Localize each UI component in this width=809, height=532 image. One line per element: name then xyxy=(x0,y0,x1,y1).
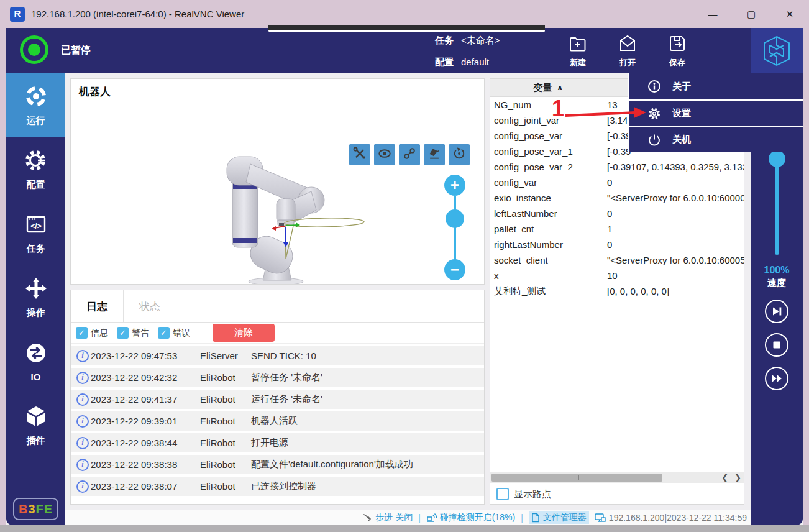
variable-name: config_pose_var_2 xyxy=(490,162,605,172)
log-row[interactable]: i2023-12-22 09:38:44EliRobot打开电源 xyxy=(71,433,484,452)
connection-status-item: 192.168.1.200|2023-12-22 11:34:59 xyxy=(595,513,747,523)
playback-skip-to-end-icon[interactable] xyxy=(765,300,788,323)
robot-toolbar-eraser-icon[interactable] xyxy=(424,144,445,165)
log-row[interactable]: i2023-12-22 09:47:53EliServerSEND TICK: … xyxy=(71,346,484,365)
sidebar-item-运行[interactable]: 运行 xyxy=(6,73,65,137)
robot-toolbar-tools-icon[interactable] xyxy=(349,144,370,165)
step-icon xyxy=(362,513,372,523)
topbar-button-打开[interactable]: 打开 xyxy=(603,28,652,73)
filter-错误[interactable]: ✓错误 xyxy=(158,327,190,339)
variable-row[interactable]: config_var0 xyxy=(490,175,744,190)
speed-slider-track[interactable] xyxy=(775,158,779,255)
file-manager-item[interactable]: 文件管理器 xyxy=(529,511,589,524)
variable-row[interactable]: x10 xyxy=(490,268,744,283)
top-actions: 新建打开保存 xyxy=(553,28,702,73)
run-target-icon xyxy=(24,85,48,111)
b3fe-logo: B3FE xyxy=(13,498,58,520)
sidebar-item-label: 插件 xyxy=(27,435,45,447)
tab-状态[interactable]: 状态 xyxy=(124,290,176,323)
vnc-titlebar: R 192.168.1.200 (intel-corei7-64:0) - Re… xyxy=(0,0,809,28)
log-message: SEND TICK: 10 xyxy=(251,351,484,361)
log-source: EliRobot xyxy=(200,394,251,405)
sidebar-item-任务[interactable]: </>任务 xyxy=(6,201,65,265)
zoom-in-button[interactable]: + xyxy=(444,175,465,196)
zoom-slider-track[interactable] xyxy=(454,196,456,260)
topbar-button-新建[interactable]: 新建 xyxy=(553,28,603,73)
menu-item-设置[interactable]: 设置 xyxy=(629,99,803,126)
minimize-button[interactable]: — xyxy=(693,0,732,28)
zoom-out-button[interactable]: − xyxy=(444,259,465,280)
variable-row[interactable]: 艾利特_测试[0, 0, 0, 0, 0, 0] xyxy=(490,283,744,299)
variable-row[interactable]: pallet_cnt1 xyxy=(490,221,744,237)
topbar-button-label: 打开 xyxy=(619,57,636,68)
info-icon: i xyxy=(76,372,89,384)
variable-value: 13 xyxy=(605,99,618,110)
tab-日志[interactable]: 日志 xyxy=(71,290,124,323)
variable-name: NG_num xyxy=(490,99,605,110)
config-value[interactable]: default xyxy=(461,57,489,67)
log-row[interactable]: i2023-12-22 09:38:38EliRobot配置文件'default… xyxy=(71,455,484,474)
robot-toolbar-path-icon[interactable] xyxy=(399,144,420,165)
menu-item-关机[interactable]: 关机 xyxy=(629,126,803,152)
variable-value: "<ServerProxy for 6.0.0.10:60005, xyxy=(605,255,744,265)
variable-row[interactable]: config_pose_var_2[-0.39107, 0.14393, 0.3… xyxy=(490,159,744,175)
vnc-toolbar-strip[interactable] xyxy=(268,25,545,32)
variables-header-label: 变量 xyxy=(533,82,552,94)
playback-stop-icon[interactable] xyxy=(765,333,788,357)
sidebar-item-操作[interactable]: 操作 xyxy=(6,265,65,329)
log-message: 机器人活跃 xyxy=(251,415,484,427)
info-icon: i xyxy=(76,415,89,428)
checkbox-checked-icon[interactable]: ✓ xyxy=(76,327,88,339)
variable-row[interactable]: socket_client"<ServerProxy for 6.0.0.10:… xyxy=(490,252,744,268)
log-row[interactable]: i2023-12-22 09:42:32EliRobot暂停任务 '未命名' xyxy=(71,368,484,387)
info-icon: i xyxy=(76,393,89,406)
sidebar-item-插件[interactable]: 插件 xyxy=(6,393,65,457)
topbar-button-保存[interactable]: 保存 xyxy=(652,28,702,73)
variable-value: 0 xyxy=(605,177,612,188)
elite-logo-icon xyxy=(762,35,791,67)
task-value[interactable]: <未命名> xyxy=(461,35,500,45)
info-icon xyxy=(647,80,661,93)
log-row[interactable]: i2023-12-22 09:39:01EliRobot机器人活跃 xyxy=(71,411,484,431)
step-mode-item[interactable]: 步进 关闭 xyxy=(362,512,413,523)
task-code-icon: </> xyxy=(24,213,48,239)
tools-icon xyxy=(352,145,368,164)
collision-detection-item[interactable]: 碰撞检测开启(18%) xyxy=(426,512,515,523)
sidebar-item-配置[interactable]: 配置 xyxy=(6,137,65,201)
robot-toolbar-eye-icon[interactable] xyxy=(374,144,395,165)
playback-fast-forward-icon[interactable] xyxy=(765,367,788,390)
scrollbar-thumb[interactable] xyxy=(491,474,662,482)
show-waypoints-checkbox[interactable] xyxy=(496,488,509,500)
robot-panel: 机器人 xyxy=(70,78,485,285)
statusbar: 步进 关闭 | 碰撞检测开启(18%) | 文件管理器 192.168.1.20… xyxy=(65,510,751,525)
log-tabs: 日志状态 xyxy=(71,290,484,323)
clear-log-button[interactable]: 清除 xyxy=(213,324,275,342)
collapse-caret-icon[interactable]: ∧ xyxy=(557,83,563,92)
filter-警告[interactable]: ✓警告 xyxy=(117,327,149,339)
rotate-icon xyxy=(451,145,467,164)
collision-icon xyxy=(426,513,437,523)
log-filters: ✓信息✓警告✓错误清除 xyxy=(71,323,484,344)
zoom-slider-thumb[interactable] xyxy=(446,209,464,228)
app-menu-button[interactable] xyxy=(751,28,803,73)
scroll-left-icon[interactable]: ❮ xyxy=(721,473,728,482)
window-title: 192.168.1.200 (intel-corei7-64:0) - Real… xyxy=(31,9,244,19)
menu-item-关于[interactable]: 关于 xyxy=(629,73,803,99)
close-button[interactable]: ✕ xyxy=(770,0,809,28)
robot-3d-view[interactable]: + − xyxy=(71,105,484,284)
variable-row[interactable]: exio_instance"<ServerProxy for 6.0.0.10:… xyxy=(490,190,744,206)
variable-row[interactable]: rightLastNumber0 xyxy=(490,237,744,252)
variable-row[interactable]: leftLastNumber0 xyxy=(490,206,744,221)
scroll-right-icon[interactable]: ❯ xyxy=(734,473,741,482)
show-waypoints-row[interactable]: 显示路点 xyxy=(496,488,551,500)
sidebar-item-IO[interactable]: IO xyxy=(6,329,65,393)
filter-信息[interactable]: ✓信息 xyxy=(76,327,108,339)
variables-hscrollbar[interactable]: ❮ ❯ xyxy=(490,472,744,483)
checkbox-checked-icon[interactable]: ✓ xyxy=(158,327,170,339)
variable-value: 0 xyxy=(605,208,612,219)
checkbox-checked-icon[interactable]: ✓ xyxy=(117,327,129,339)
robot-toolbar-rotate-icon[interactable] xyxy=(449,144,470,165)
log-row[interactable]: i2023-12-22 09:41:37EliRobot运行任务 '未命名' xyxy=(71,390,484,409)
maximize-button[interactable]: ▢ xyxy=(732,0,770,28)
log-row[interactable]: i2023-12-22 09:38:07EliRobot已连接到控制器 xyxy=(71,477,484,496)
